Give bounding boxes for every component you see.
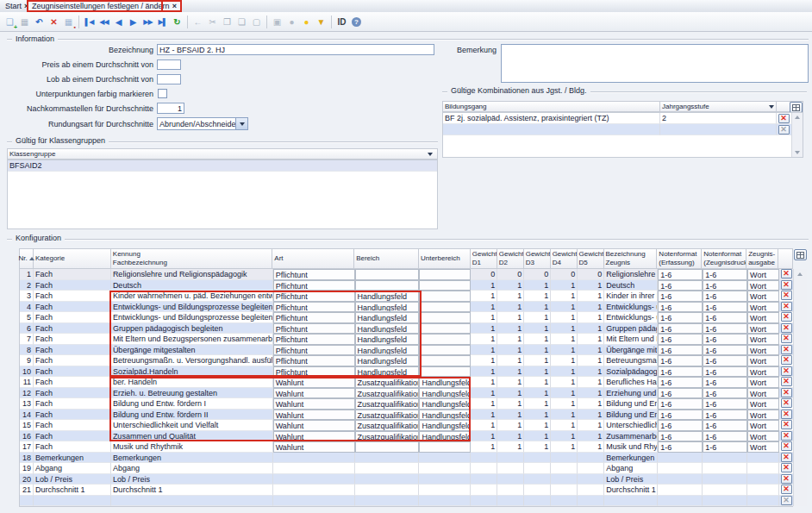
cell-nf1[interactable]: 1-6 — [658, 377, 703, 388]
cell-bereich[interactable] — [355, 280, 420, 291]
cell-bereich[interactable]: Handlungsfeld — [355, 345, 420, 356]
cell-unterbereich[interactable] — [419, 302, 471, 313]
cell-ausgabe[interactable]: Wort — [747, 398, 779, 410]
table-row[interactable]: 15FachUnterschiedlichkeit und VielfaltWa… — [20, 420, 793, 431]
new-record-icon[interactable]: ❑+ — [3, 15, 17, 29]
table-row[interactable]: 14FachBildung und Entw. fördern IIWahlun… — [20, 410, 793, 421]
kombinationen-scrollbar[interactable] — [791, 113, 803, 157]
table-row[interactable]: 10FachSozialpäd.HandelnPflichtuntHandlun… — [20, 366, 793, 378]
cell-unterbereich[interactable]: Handlungsfeld — [419, 388, 471, 399]
cell-nf2[interactable]: 1-6 — [703, 441, 747, 453]
cell-art[interactable]: Wahlunt — [273, 388, 355, 399]
cell-nf2[interactable]: 1-6 — [703, 410, 747, 421]
table-row[interactable]: 12FachErzieh. u. Betreuung gestaltenWahl… — [20, 388, 793, 399]
cell-unterbereich[interactable]: Handlungsfeld — [419, 420, 471, 431]
table-row[interactable]: 2FachDeutschPflichtunt11111Deutsch1-61-6… — [20, 280, 793, 291]
fast-next-icon[interactable]: ▶▶ — [141, 15, 155, 29]
cell-unterbereich[interactable] — [419, 366, 471, 378]
col-header-ausgabe[interactable]: Zeugnis-ausgabe — [746, 249, 778, 268]
cell-unterbereich[interactable] — [419, 441, 471, 453]
delete-row-button[interactable]: ✕ — [781, 420, 792, 429]
cell-ausgabe[interactable]: Wort — [747, 431, 779, 442]
tab-zeugniseinstellungen[interactable]: Zeugniseinstellungen festlegen / ändern … — [27, 0, 182, 12]
cell-bereich[interactable]: Zusatzqualifikation — [355, 431, 420, 442]
cell-nf1[interactable]: 1-6 — [658, 431, 703, 442]
delete-row-button[interactable]: ✕ — [778, 114, 790, 123]
table-row[interactable]: BF 2j. sozialpäd. Assistenz, praxisinteg… — [443, 113, 803, 124]
paste-icon[interactable]: ❏ — [234, 15, 249, 29]
bemerkung-textarea[interactable] — [501, 44, 809, 83]
cell-nf2[interactable]: 1-6 — [703, 312, 747, 323]
col-header-nf2[interactable]: Notenformat(Zeugnisdruck) — [702, 249, 746, 268]
cell-unterbereich[interactable] — [419, 355, 471, 366]
table-row[interactable]: 3FachKinder wahrnehmen u. päd. Beziehung… — [20, 291, 793, 302]
cell-nf1[interactable]: 1-6 — [658, 280, 703, 291]
col-header-art[interactable]: Art — [272, 249, 354, 268]
cell-nf2[interactable]: 1-6 — [703, 398, 747, 410]
delete-row-button[interactable]: ✕ — [781, 431, 792, 441]
cell-unterbereich[interactable]: Handlungsfeld — [419, 410, 471, 421]
table-row[interactable]: 13FachBildung und Entw. fördern IWahlunt… — [20, 398, 793, 410]
cell-art[interactable]: Wahlunt — [273, 441, 355, 453]
col-header-d3[interactable]: GewichtD3 — [524, 249, 551, 268]
cell-ausgabe[interactable]: Wort — [747, 291, 779, 302]
klassengruppe-dropdown-icon[interactable] — [428, 153, 433, 156]
table-row[interactable]: ✕ — [20, 496, 793, 507]
col-header-jahrgangsstufe[interactable]: Jahrgangsstufe — [660, 102, 777, 111]
col-header-bildungsgang[interactable]: Bildungsgang — [443, 102, 660, 111]
cell-nf1[interactable]: 1-6 — [658, 323, 703, 335]
cell-nf2[interactable]: 1-6 — [703, 269, 747, 280]
cell-art[interactable]: Pflichtunt — [273, 291, 355, 302]
table-row[interactable]: 19AbgangAbgangAbgang✕ — [20, 463, 793, 474]
delete-row-button[interactable]: ✕ — [781, 323, 792, 333]
col-header-nr[interactable]: Nr. — [20, 249, 34, 268]
table-row[interactable]: 1FachReligionslehre und Religionspädagog… — [20, 269, 793, 280]
cell-ausgabe[interactable]: Wort — [747, 388, 779, 399]
cell-art[interactable]: Pflichtunt — [273, 312, 355, 323]
cell-nf2[interactable]: 1-6 — [703, 431, 747, 442]
col-header-d4[interactable]: GewichtD4 — [551, 249, 578, 268]
cell-ausgabe[interactable]: Wort — [747, 410, 779, 421]
col-header-d5[interactable]: GewichtD5 — [578, 249, 604, 268]
table-row[interactable]: 9FachBetreuungsmaßn. u. Versorgungshandl… — [20, 355, 793, 366]
lock-icon[interactable]: ▣ — [270, 15, 284, 29]
cell-bereich[interactable]: Handlungsfeld — [355, 291, 420, 302]
delete-row-button[interactable]: ✕ — [781, 463, 792, 472]
cell-ausgabe[interactable]: Wort — [747, 377, 779, 388]
cell-art[interactable]: Pflichtunt — [273, 334, 355, 345]
cell-art[interactable]: Pflichtunt — [273, 355, 355, 366]
delete-row-button[interactable]: ✕ — [781, 398, 792, 408]
cell-nf2[interactable]: 1-6 — [703, 302, 747, 313]
cell-art[interactable]: Pflichtunt — [273, 269, 355, 280]
delete-row-button[interactable]: ✕ — [781, 280, 792, 290]
col-header-kennung[interactable]: KennungFachbezeichnung — [111, 249, 273, 268]
delete-row-button[interactable]: ✕ — [781, 496, 792, 505]
cell-nf2[interactable]: 1-6 — [703, 345, 747, 356]
col-header-kategorie[interactable]: Kategorie — [34, 249, 111, 268]
cell-nf2[interactable]: 1-6 — [703, 291, 747, 302]
cell-ausgabe[interactable]: Wort — [747, 355, 779, 366]
cell-bereich[interactable]: Handlungsfeld — [355, 334, 420, 345]
tab-close-icon[interactable]: × — [172, 2, 177, 10]
cut-icon[interactable]: ✂ — [205, 15, 220, 29]
cell-nf2[interactable]: 1-6 — [703, 388, 747, 399]
cell-unterbereich[interactable] — [419, 323, 471, 335]
col-header-nf1[interactable]: Notenformat(Erfassung) — [657, 249, 702, 268]
table-row[interactable]: ✕ — [443, 124, 803, 135]
delete-row-button[interactable]: ✕ — [781, 366, 792, 376]
delete-row-button[interactable]: ✕ — [781, 312, 792, 322]
cell-bereich[interactable]: Handlungsfeld — [355, 366, 420, 378]
fast-prev-icon[interactable]: ◀◀ — [97, 15, 111, 29]
cell-ausgabe[interactable]: Wort — [747, 302, 779, 313]
cell-nf1[interactable]: 1-6 — [658, 355, 703, 366]
cell-bereich[interactable]: Zusatzqualifikation — [355, 410, 420, 421]
cell-bereich[interactable]: Zusatzqualifikation — [355, 420, 420, 431]
insert-row-button[interactable] — [794, 249, 807, 260]
table-row[interactable]: 6FachGruppen pädagogisch begleitenPflich… — [20, 323, 793, 335]
table-edit-icon[interactable]: ▦▪ — [61, 15, 76, 29]
col-header-d1[interactable]: GewichtD1 — [471, 249, 497, 268]
rundungsart-dropdown-button[interactable] — [235, 118, 247, 129]
cell-bereich[interactable] — [355, 269, 420, 280]
delete-row-button[interactable]: ✕ — [781, 453, 792, 462]
cell-unterbereich[interactable] — [419, 269, 471, 280]
